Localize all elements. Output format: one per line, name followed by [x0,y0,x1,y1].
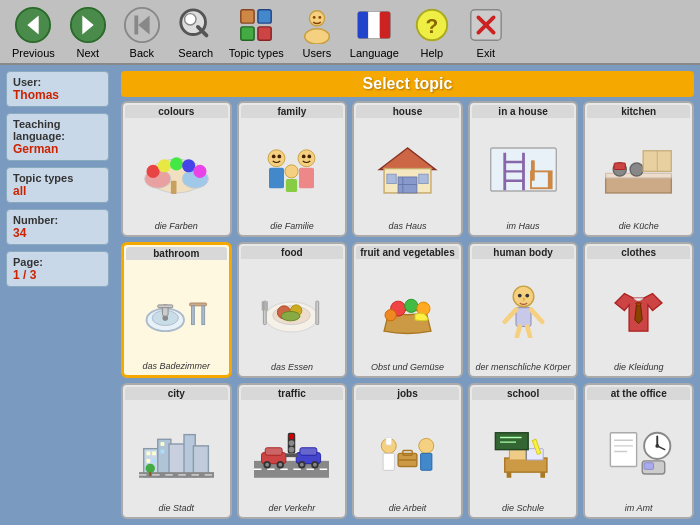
topic-card-traffic[interactable]: traffic der Verkehr [237,383,348,519]
svg-point-94 [525,293,529,297]
topic-card-food[interactable]: food das Essen [237,242,348,378]
topic-title-traffic: traffic [241,387,344,400]
svg-point-31 [158,159,171,172]
topic-types-button[interactable]: Topic types [225,3,288,61]
page-title: Select topic [121,71,694,97]
svg-rect-50 [419,174,428,183]
svg-rect-114 [149,472,151,476]
number-card: Number: 34 [6,209,109,245]
page-card: Page: 1 / 3 [6,251,109,287]
topic-image-traffic [241,400,344,502]
next-label: Next [76,47,99,59]
topic-image-food [241,259,344,361]
topic-label-traffic: der Verkehr [241,502,344,514]
help-icon: ? [412,5,452,45]
topic-label-colours: die Farben [125,220,228,232]
svg-text:?: ? [425,13,438,36]
svg-rect-107 [146,459,150,463]
svg-rect-60 [531,160,535,181]
users-button[interactable]: Users [292,3,342,61]
help-button[interactable]: ? Help [407,3,457,61]
svg-point-130 [289,433,295,439]
svg-rect-149 [495,432,528,449]
previous-button[interactable]: Previous [8,3,59,61]
topic-types-label: Topic types [229,47,284,59]
topic-card-clothes[interactable]: clothes die Kleidung [583,242,694,378]
svg-point-30 [146,164,159,177]
svg-rect-145 [509,448,526,459]
topic-image-clothes [587,259,690,361]
exit-button[interactable]: Exit [461,3,511,61]
topic-card-at-the-office[interactable]: at the office im Amt [583,383,694,519]
svg-rect-11 [258,9,271,22]
svg-rect-118 [266,447,283,455]
svg-rect-77 [202,305,205,324]
svg-point-127 [300,462,304,466]
svg-rect-21 [380,11,390,38]
teaching-value: German [13,142,102,156]
svg-point-15 [304,28,329,43]
content-area: Select topic colours die Farbenfamily [115,65,700,525]
topic-card-kitchen[interactable]: kitchen die Küche [583,101,694,237]
topic-title-jobs: jobs [356,387,459,400]
topic-card-colours[interactable]: colours die Farben [121,101,232,237]
topic-title-in-a-house: in a house [472,105,575,118]
svg-rect-135 [383,453,394,470]
page-value: 1 / 3 [13,268,102,282]
topic-types-icon [236,5,276,45]
number-label: Number: [13,214,102,226]
topic-types-card[interactable]: Topic types all [6,167,109,203]
topic-card-school[interactable]: school die Schule [468,383,579,519]
svg-point-128 [313,462,317,466]
svg-rect-35 [171,180,177,193]
svg-rect-133 [286,453,297,457]
search-label: Search [178,47,213,59]
svg-rect-108 [152,459,156,463]
svg-line-97 [531,309,542,321]
topic-card-human-body[interactable]: human body der menschliche Körper [468,242,579,378]
svg-rect-10 [241,9,254,22]
topic-image-city [125,400,228,502]
topic-card-jobs[interactable]: jobs die Arbeit [352,383,463,519]
toolbar: Previous Next Back [0,0,700,65]
topic-card-city[interactable]: city die Stadt [121,383,232,519]
svg-point-16 [313,15,316,18]
topic-card-bathroom[interactable]: bathroom das Badezimmer [121,242,232,378]
svg-rect-146 [526,448,543,459]
topic-label-school: die Schule [472,502,575,514]
svg-point-137 [419,438,434,453]
svg-rect-105 [146,451,150,455]
topic-title-bathroom: bathroom [126,247,227,260]
topic-card-fruit-veg[interactable]: fruit and vegetables Obst und Gemüse [352,242,463,378]
next-button[interactable]: Next [63,3,113,61]
svg-line-98 [517,326,520,336]
svg-rect-161 [644,462,653,469]
svg-rect-61 [547,171,551,188]
users-label: Users [302,47,331,59]
topic-image-family [241,118,344,220]
svg-point-113 [145,463,154,472]
topic-card-family[interactable]: family die Familie [237,101,348,237]
topic-label-in-a-house: im Haus [472,220,575,232]
topic-card-in-a-house[interactable]: in a house im Haus [468,101,579,237]
svg-rect-144 [540,472,545,478]
topic-image-fruit-veg [356,259,459,361]
svg-line-99 [527,326,530,336]
svg-point-121 [266,462,270,466]
svg-point-91 [385,309,396,320]
topic-card-house[interactable]: house das Haus [352,101,463,237]
back-button[interactable]: Back [117,3,167,61]
search-button[interactable]: Search [171,3,221,61]
svg-rect-19 [358,11,368,38]
language-button[interactable]: Language [346,3,403,61]
svg-point-92 [513,286,534,307]
topics-grid: colours die Farbenfamily [121,101,694,519]
svg-point-122 [279,462,283,466]
svg-rect-95 [516,307,531,326]
topic-image-jobs [356,400,459,502]
svg-rect-62 [606,176,672,193]
teaching-label: Teaching language: [13,118,102,142]
previous-icon [13,5,53,45]
topic-label-city: die Stadt [125,502,228,514]
user-card: User: Thomas [6,71,109,107]
